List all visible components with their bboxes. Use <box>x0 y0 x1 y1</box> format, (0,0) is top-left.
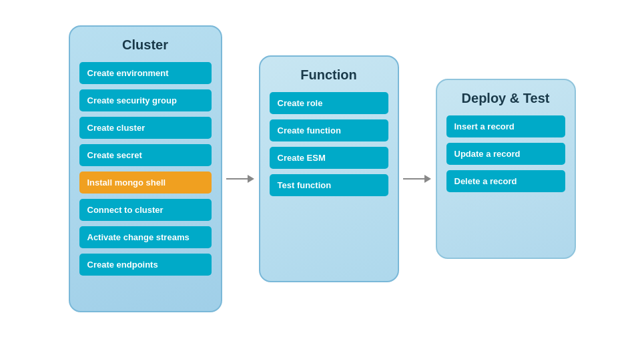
deploy-item-0[interactable]: Insert a record <box>446 115 565 137</box>
cluster-item-3[interactable]: Create secret <box>79 144 212 166</box>
deploy-items-list: Insert a recordUpdate a recordDelete a r… <box>446 115 565 192</box>
function-item-0[interactable]: Create role <box>270 92 388 114</box>
arrow-cluster-to-function <box>222 175 259 183</box>
arrow-1-head <box>248 175 254 183</box>
cluster-items-list: Create environmentCreate security groupC… <box>79 62 212 276</box>
function-panel: Function Create roleCreate functionCreat… <box>259 55 399 282</box>
cluster-item-1[interactable]: Create security group <box>79 89 212 111</box>
deploy-item-1[interactable]: Update a record <box>446 143 565 165</box>
cluster-item-6[interactable]: Activate change streams <box>79 226 212 248</box>
arrow-1 <box>226 175 254 183</box>
function-items-list: Create roleCreate functionCreate ESMTest… <box>270 92 388 196</box>
function-item-2[interactable]: Create ESM <box>270 147 388 169</box>
function-panel-title: Function <box>300 67 356 83</box>
arrow-1-line <box>226 178 248 180</box>
cluster-item-5[interactable]: Connect to cluster <box>79 199 212 221</box>
function-item-1[interactable]: Create function <box>270 119 388 141</box>
cluster-panel: Cluster Create environmentCreate securit… <box>69 25 222 312</box>
arrow-2 <box>403 175 431 183</box>
arrow-2-head <box>424 175 431 183</box>
deploy-item-2[interactable]: Delete a record <box>446 170 565 192</box>
arrow-2-line <box>403 178 424 180</box>
arrow-function-to-deploy <box>399 175 436 183</box>
deploy-panel-title: Deploy & Test <box>462 91 550 106</box>
cluster-item-4[interactable]: Install mongo shell <box>79 172 212 194</box>
cluster-panel-title: Cluster <box>122 37 168 53</box>
cluster-item-0[interactable]: Create environment <box>79 62 212 84</box>
cluster-item-2[interactable]: Create cluster <box>79 117 212 139</box>
function-item-3[interactable]: Test function <box>270 174 388 196</box>
deploy-panel: Deploy & Test Insert a recordUpdate a re… <box>436 79 576 259</box>
cluster-item-7[interactable]: Create endpoints <box>79 254 212 276</box>
diagram-container: Cluster Create environmentCreate securit… <box>15 12 629 326</box>
